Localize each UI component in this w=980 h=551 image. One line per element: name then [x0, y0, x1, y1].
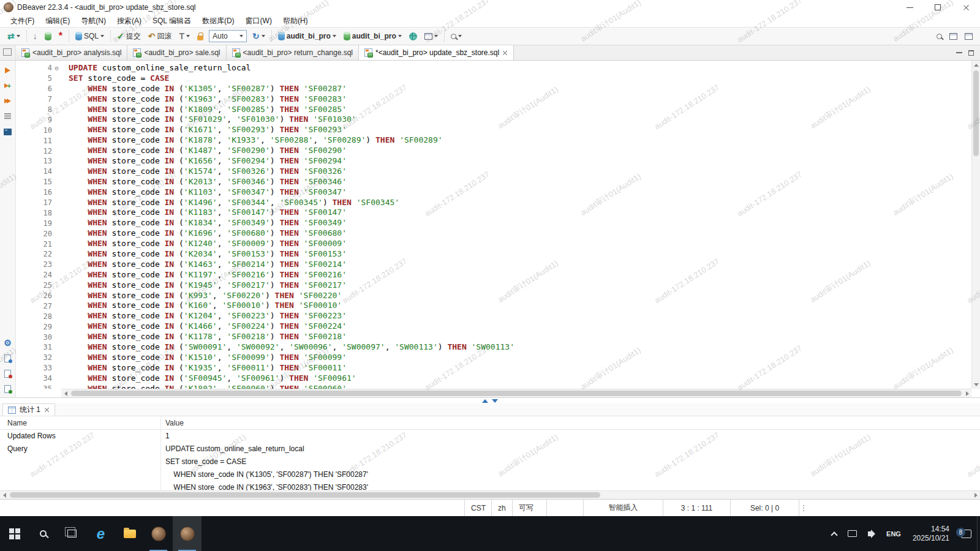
network-profile-button[interactable] [407, 31, 419, 42]
volume-button[interactable] [862, 516, 881, 551]
explain-plan-button[interactable] [3, 111, 13, 121]
line-number: 18 [16, 208, 61, 218]
minimize-editor-button[interactable] [956, 52, 962, 53]
scroll-right-arrow[interactable] [971, 491, 980, 499]
results-horizontal-scrollbar[interactable] [0, 490, 980, 499]
start-button[interactable] [0, 516, 29, 551]
horizontal-scrollbar[interactable] [61, 389, 971, 397]
fetch-metadata-button[interactable]: ↓ [31, 31, 39, 42]
transaction-lock-button[interactable] [195, 31, 205, 42]
scroll-down-arrow[interactable] [972, 380, 980, 389]
result-name-cell [0, 455, 160, 468]
menu-item-4[interactable]: 搜索(A) [111, 15, 147, 28]
windows-logo-icon [9, 528, 20, 539]
table-row[interactable]: Updated Rows1 [0, 430, 980, 443]
new-sql-editor-button[interactable]: SQL [74, 31, 106, 42]
export-report-button[interactable] [3, 369, 13, 378]
auto-refresh-button[interactable]: ↻ [251, 31, 267, 42]
fold-collapse-icon[interactable]: ⊖ [52, 64, 61, 72]
action-center-button[interactable]: 8 [956, 516, 977, 551]
execute-new-tab-button[interactable]: + [3, 81, 13, 91]
result-value-cell: UPDATE custom_online_sale_return_local [160, 443, 980, 455]
column-header-value: Value [160, 416, 980, 429]
transaction-log-button[interactable]: T [177, 31, 192, 42]
menu-item-1[interactable]: 文件(F) [5, 15, 40, 28]
menu-item-2[interactable]: 编辑(E) [40, 15, 75, 28]
execute-script-button[interactable] [3, 96, 13, 106]
splitter-down-icon[interactable] [492, 399, 498, 403]
maximize-editor-button[interactable] [968, 50, 974, 56]
sync-connection-button[interactable] [43, 31, 53, 42]
export-page-icon [4, 354, 11, 362]
rollback-button[interactable]: ↶ 回滚 [146, 30, 174, 43]
show-desktop-button[interactable] [977, 516, 980, 551]
vertical-scroll-thumb[interactable] [973, 70, 979, 156]
status-insert-mode[interactable]: 智能插入 [583, 500, 663, 516]
editor-tab-4[interactable]: *<audit_bi_pro> update_sbz_store.sql [359, 45, 514, 60]
table-row[interactable]: WHEN store_code IN ('K1305', 'SF00287') … [0, 468, 980, 481]
editor-settings-button[interactable]: ⚙ [3, 338, 13, 348]
menu-item-3[interactable]: 导航(N) [75, 15, 111, 28]
line-number: 27 [16, 301, 61, 311]
splitter-up-icon[interactable] [482, 399, 488, 403]
toggle-layout-button[interactable] [963, 32, 974, 41]
result-layout-button[interactable] [423, 32, 440, 41]
close-tab-icon[interactable] [44, 407, 50, 413]
editor-tab-1[interactable]: <audit_bi_pro> analysis.sql [16, 45, 127, 60]
sql-editor[interactable]: 4⊖56789101112131415161718192021222324252… [16, 61, 980, 397]
connect-database-button[interactable]: ⇄ [6, 31, 22, 42]
maximize-button[interactable] [924, 0, 952, 15]
quick-search-button[interactable] [935, 32, 944, 40]
menu-item-6[interactable]: 数据库(D) [197, 15, 240, 28]
export-data-button[interactable] [3, 384, 13, 394]
open-perspective-button[interactable] [948, 32, 959, 41]
editor-tab-2[interactable]: <audit_bi_pro> sale.sql [127, 45, 226, 60]
table-row[interactable]: QueryUPDATE custom_online_sale_return_lo… [0, 443, 980, 455]
taskbar-search-button[interactable] [29, 516, 58, 551]
menu-item-7[interactable]: 窗口(W) [240, 15, 277, 28]
file-explorer-button[interactable] [115, 516, 144, 551]
sql-console-button[interactable] [3, 127, 13, 137]
table-row[interactable]: WHEN store_code IN ('K1963', 'SF00283') … [0, 481, 980, 490]
scroll-left-arrow[interactable] [0, 491, 9, 499]
dbeaver-taskbar-button-1[interactable] [144, 516, 173, 551]
invalidate-connection-button[interactable]: * [57, 31, 64, 42]
results-scroll-thumb[interactable] [10, 492, 600, 498]
dbeaver-taskbar-button-2[interactable] [173, 516, 202, 551]
commit-button[interactable]: ✓ 提交 [115, 30, 143, 43]
code-area[interactable]: UPDATE custom_online_sale_return_localSE… [61, 61, 971, 389]
table-row[interactable]: SET store_code = CASE [0, 455, 980, 468]
commit-mode-combo[interactable]: Auto [209, 30, 247, 42]
tray-expand-button[interactable] [826, 516, 842, 551]
statistics-tab[interactable]: 统计 1 [2, 403, 55, 416]
database-selector[interactable]: audit_bi_pro [276, 31, 338, 42]
export-result-button[interactable] [3, 353, 13, 363]
minimize-button[interactable] [895, 0, 924, 15]
status-caret-position[interactable]: 3 : 1 : 111 [663, 500, 730, 516]
editor-tab-3[interactable]: <audit_bi_pro> return_change.sql [227, 45, 359, 60]
input-language-button[interactable]: ENG [881, 516, 907, 551]
execute-statement-button[interactable] [3, 66, 13, 75]
window-controls [895, 0, 980, 15]
schema-selector[interactable]: audit_bi_pro [342, 31, 404, 42]
code-line: WHEN store_code IN ('K1945', 'SF00217') … [69, 280, 971, 291]
scroll-right-arrow[interactable] [963, 389, 971, 397]
close-button[interactable] [952, 0, 980, 15]
search-dropdown-button[interactable] [449, 32, 464, 40]
internet-explorer-button[interactable]: e [86, 516, 115, 551]
result-value-cell: 1 [160, 430, 980, 443]
vertical-scrollbar[interactable] [971, 61, 980, 389]
restore-views-button[interactable] [0, 45, 16, 60]
sql-database-icon [75, 32, 82, 40]
scroll-left-arrow[interactable] [61, 389, 70, 397]
menu-item-5[interactable]: SQL 编辑器 [147, 15, 197, 28]
window-title: DBeaver 22.3.4 - <audit_bi_pro> update_s… [17, 3, 196, 12]
panel-splitter[interactable] [0, 397, 980, 403]
tray-display-button[interactable] [842, 516, 862, 551]
task-view-button[interactable] [58, 516, 86, 551]
scroll-up-arrow[interactable] [972, 61, 980, 69]
clock[interactable]: 14:54 2025/10/21 [907, 516, 956, 551]
close-tab-icon[interactable] [502, 50, 508, 56]
horizontal-scroll-thumb[interactable] [71, 391, 962, 396]
menu-item-8[interactable]: 帮助(H) [277, 15, 314, 28]
